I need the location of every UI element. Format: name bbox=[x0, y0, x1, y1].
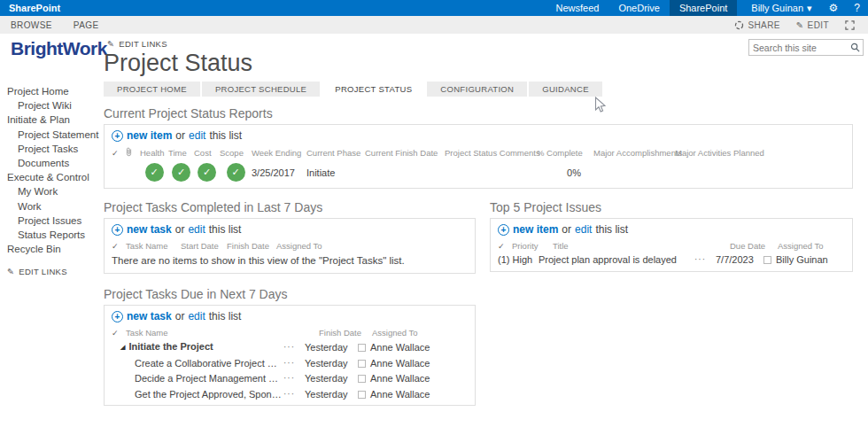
sidebar-item-execute-control[interactable]: Execute & Control bbox=[7, 170, 101, 184]
tab-configuration[interactable]: CONFIGURATION bbox=[427, 82, 527, 97]
task-row[interactable]: Get the Project Approved, Sponsored, and… bbox=[112, 388, 468, 401]
col-due-date[interactable]: Due Date bbox=[730, 241, 778, 251]
edit-button[interactable]: ✎ EDIT bbox=[790, 20, 835, 30]
collapse-group-icon[interactable]: ◢ bbox=[120, 344, 125, 350]
user-menu[interactable]: Billy Guinan ▾ bbox=[737, 3, 820, 14]
focus-button[interactable] bbox=[839, 20, 861, 30]
help-icon[interactable]: ? bbox=[846, 2, 868, 14]
ellipsis-menu[interactable]: ··· bbox=[283, 341, 305, 354]
presence-checkbox[interactable] bbox=[358, 360, 366, 368]
edit-list-link[interactable]: edit bbox=[188, 310, 205, 322]
tab-guidance[interactable]: GUIDANCE bbox=[529, 82, 602, 97]
issue-title-cell[interactable]: Project plan approval is delayed bbox=[539, 253, 694, 267]
nav-onedrive[interactable]: OneDrive bbox=[608, 0, 669, 16]
assigned-to-name[interactable]: Billy Guinan bbox=[776, 254, 828, 265]
col-start-date[interactable]: Start Date bbox=[181, 241, 227, 251]
col-week-ending[interactable]: Week Ending bbox=[252, 148, 306, 158]
task-row[interactable]: Decide a Project Management Process ··· … bbox=[112, 372, 468, 385]
new-item-link[interactable]: new item bbox=[127, 129, 172, 142]
col-task-name[interactable]: Task Name bbox=[126, 328, 319, 338]
share-button[interactable]: SHARE bbox=[728, 20, 786, 30]
add-icon[interactable]: + bbox=[112, 311, 123, 322]
task-name-cell[interactable]: Decide a Project Management Process bbox=[112, 372, 283, 385]
col-assigned-to[interactable]: Assigned To bbox=[778, 241, 824, 251]
new-item-link[interactable]: new item bbox=[513, 223, 558, 236]
nav-sharepoint[interactable]: SharePoint bbox=[670, 0, 737, 16]
ellipsis-menu[interactable]: ··· bbox=[283, 357, 305, 370]
status-report-row[interactable]: ✓ ✓ ✓ ✓ 3/25/2017 Initiate 0% bbox=[112, 161, 845, 183]
add-icon[interactable]: + bbox=[112, 224, 123, 236]
presence-checkbox[interactable] bbox=[358, 391, 366, 399]
sidebar-item-initiate-plan[interactable]: Initiate & Plan bbox=[7, 113, 101, 127]
sidebar-item-project-statement[interactable]: Project Statement bbox=[7, 128, 101, 142]
gear-icon[interactable]: ⚙ bbox=[821, 2, 847, 14]
select-all-icon[interactable]: ✓ bbox=[112, 329, 126, 338]
assigned-to-name[interactable]: Anne Wallace bbox=[370, 373, 430, 384]
col-assigned-to[interactable]: Assigned To bbox=[276, 241, 329, 251]
col-priority[interactable]: Priority bbox=[512, 241, 553, 251]
assigned-to-name[interactable]: Anne Wallace bbox=[370, 342, 430, 353]
header-edit-links[interactable]: ✎ EDIT LINKS bbox=[107, 39, 167, 49]
col-current-phase[interactable]: Current Phase bbox=[306, 148, 365, 158]
add-icon[interactable]: + bbox=[498, 224, 509, 236]
col-project-status-comments[interactable]: Project Status Comments bbox=[445, 148, 537, 158]
select-all-icon[interactable]: ✓ bbox=[112, 242, 126, 251]
sidebar-item-project-home[interactable]: Project Home bbox=[7, 84, 101, 98]
edit-list-link[interactable]: edit bbox=[575, 223, 592, 236]
sidebar-item-recycle-bin[interactable]: Recycle Bin bbox=[7, 242, 101, 256]
select-all-icon[interactable]: ✓ bbox=[498, 242, 512, 251]
sidebar-item-work[interactable]: Work bbox=[7, 199, 101, 214]
task-name-cell[interactable]: ◢Initiate the Project bbox=[112, 340, 283, 354]
task-row[interactable]: Create a Collaborative Project Site ··· … bbox=[112, 357, 468, 370]
new-task-link[interactable]: new task bbox=[127, 310, 172, 322]
task-name-cell[interactable]: Create a Collaborative Project Site bbox=[112, 357, 283, 370]
tab-project-status[interactable]: PROJECT STATUS bbox=[322, 82, 425, 97]
assigned-to-name[interactable]: Anne Wallace bbox=[370, 389, 430, 400]
col-health[interactable]: Health bbox=[140, 148, 168, 158]
assigned-to-name[interactable]: Anne Wallace bbox=[370, 358, 430, 369]
task-row-group[interactable]: ◢Initiate the Project ··· Yesterday Anne… bbox=[112, 340, 468, 354]
presence-checkbox[interactable] bbox=[358, 375, 366, 383]
select-all-icon[interactable]: ✓ bbox=[112, 149, 126, 158]
nav-newsfeed[interactable]: Newsfeed bbox=[546, 0, 608, 16]
col-scope[interactable]: Scope bbox=[220, 148, 252, 158]
ellipsis-menu[interactable]: ··· bbox=[694, 253, 716, 267]
ellipsis-menu[interactable]: ··· bbox=[283, 388, 305, 401]
ellipsis-menu[interactable]: ··· bbox=[283, 372, 305, 385]
new-task-link[interactable]: new task bbox=[127, 223, 172, 236]
sidebar-item-status-reports[interactable]: Status Reports bbox=[7, 228, 101, 242]
col-percent-complete[interactable]: % Complete bbox=[537, 148, 581, 158]
presence-checkbox[interactable] bbox=[358, 344, 366, 352]
completed-tasks-section: Project Tasks Completed in Last 7 Days +… bbox=[104, 199, 476, 274]
col-task-name[interactable]: Task Name bbox=[126, 241, 181, 251]
add-icon[interactable]: + bbox=[112, 130, 123, 142]
edit-list-link[interactable]: edit bbox=[188, 223, 205, 236]
issue-row[interactable]: (1) High Project plan approval is delaye… bbox=[498, 253, 845, 267]
col-assigned-to[interactable]: Assigned To bbox=[372, 328, 418, 338]
search-button[interactable] bbox=[847, 43, 863, 52]
ribbon-tab-page[interactable]: PAGE bbox=[63, 20, 110, 30]
sidebar-item-my-work[interactable]: My Work bbox=[7, 184, 101, 198]
ribbon-tab-browse[interactable]: BROWSE bbox=[0, 20, 63, 30]
col-finish-date[interactable]: Finish Date bbox=[319, 328, 372, 338]
sidebar-item-documents[interactable]: Documents bbox=[7, 156, 101, 170]
col-title[interactable]: Title bbox=[553, 241, 730, 251]
sidebar-item-project-issues[interactable]: Project Issues bbox=[7, 214, 101, 228]
task-name-cell[interactable]: Get the Project Approved, Sponsored, and… bbox=[112, 388, 283, 401]
sidebar-item-project-wiki[interactable]: Project Wiki bbox=[7, 98, 101, 113]
search-input[interactable] bbox=[749, 43, 847, 53]
col-finish-date[interactable]: Finish Date bbox=[227, 241, 276, 251]
sidebar-item-project-tasks[interactable]: Project Tasks bbox=[7, 142, 101, 156]
col-major-activities-planned[interactable]: Major Activities Planned bbox=[675, 148, 769, 158]
tab-project-schedule[interactable]: PROJECT SCHEDULE bbox=[202, 82, 320, 97]
presence-checkbox[interactable] bbox=[763, 256, 771, 264]
completed-tasks-header-row: ✓ Task Name Start Date Finish Date Assig… bbox=[112, 239, 468, 253]
col-cost[interactable]: Cost bbox=[194, 148, 220, 158]
tab-project-home[interactable]: PROJECT HOME bbox=[104, 82, 200, 97]
brightwork-logo[interactable]: BrightWork bbox=[11, 38, 107, 59]
sidebar-edit-links[interactable]: ✎ EDIT LINKS bbox=[7, 267, 101, 276]
edit-list-link[interactable]: edit bbox=[189, 129, 205, 142]
col-current-finish-date[interactable]: Current Finish Date bbox=[365, 148, 445, 158]
col-time[interactable]: Time bbox=[168, 148, 194, 158]
col-major-accomplishments[interactable]: Major Accomplishments bbox=[581, 148, 675, 158]
